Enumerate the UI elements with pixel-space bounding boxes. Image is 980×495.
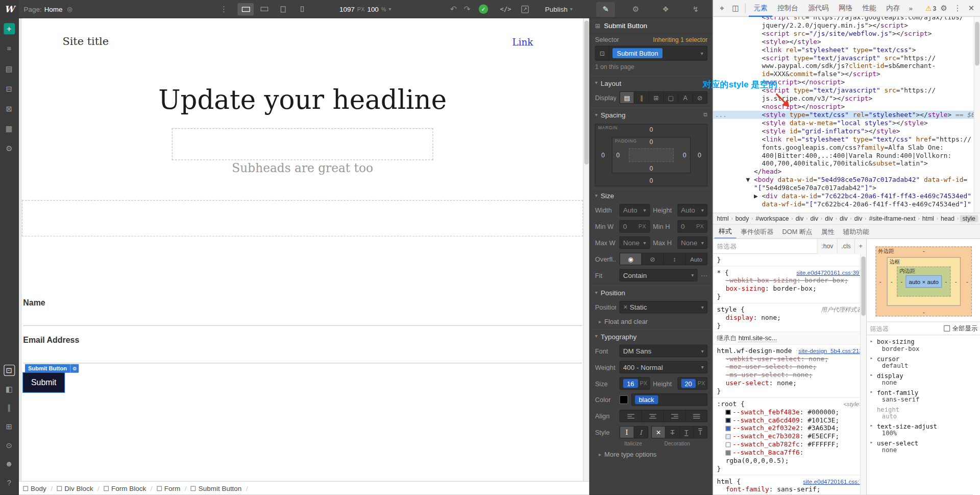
dom-crumb-8[interactable]: #site-iframe-next	[868, 215, 917, 222]
code-line[interactable]: <noscript></noscript>	[713, 78, 980, 86]
css-declaration[interactable]: --swatch_cab782fc: #FFFFFF;	[717, 440, 864, 449]
empty-div-block[interactable]	[172, 128, 433, 160]
canvas-width-value[interactable]: 1097	[339, 5, 355, 13]
align-right-icon[interactable]	[663, 410, 685, 421]
devtools-tab-3[interactable]: 网络	[834, 0, 857, 16]
xray-mode-icon[interactable]: ◧	[4, 384, 15, 395]
css-declaration[interactable]: --swatch_e2f032e2: #3A63D4;	[717, 424, 864, 432]
email-input[interactable]	[23, 346, 582, 363]
styles-scrollbar[interactable]	[860, 254, 866, 494]
canvas-dimensions[interactable]: 1097 PX 100 % ▾	[339, 0, 391, 18]
position-select[interactable]: ✕Static▾	[619, 301, 707, 313]
display-inline-block-icon[interactable]: ▢	[663, 92, 678, 103]
dom-crumb-10[interactable]: head	[939, 215, 955, 222]
devtools-menu-icon[interactable]: ⋮	[951, 2, 964, 14]
margin-bottom-value[interactable]: 0	[650, 177, 653, 184]
rule-source-link[interactable]: site-design_5b4.css:213	[797, 346, 863, 355]
elements-scrollbar[interactable]	[974, 17, 980, 213]
code-line[interactable]: data-wf-id="["7c622bc4-20a6-f41f-ff43-e4…	[713, 200, 980, 208]
code-line[interactable]: 400|Bitter:400,..:400|Varela Round:400|V…	[713, 151, 980, 159]
float-and-clear-toggle[interactable]: ▸ Float and clear	[590, 315, 713, 327]
breadcrumb-item-body[interactable]: Body	[23, 484, 46, 492]
margin-top-value[interactable]: 0	[650, 126, 653, 133]
canvas-scrollbar-thumb[interactable]	[584, 20, 589, 164]
overflow-scroll-icon[interactable]: ↕	[663, 253, 685, 265]
publish-button[interactable]: Publish ▾	[545, 0, 573, 18]
breadcrumb-item-div-block[interactable]: Div Block	[57, 484, 93, 492]
laptop-breakpoint-icon[interactable]	[256, 3, 273, 15]
code-line[interactable]: <style data-w-meta="local styles"></styl…	[713, 119, 980, 127]
selector-input[interactable]: ⊡ Submit Button ▾	[595, 45, 707, 60]
css-declaration[interactable]: font-family: sans-serif;	[717, 485, 864, 493]
sidebar-tab-3[interactable]: 属性	[817, 225, 839, 239]
margin-right-value[interactable]: 0	[698, 152, 701, 158]
css-declaration[interactable]: --swatch_febf483e: #000000;	[717, 408, 864, 416]
dom-crumb-4[interactable]: div	[809, 215, 820, 222]
grid-overlay-icon[interactable]: ⊞	[4, 421, 15, 432]
decoration-underline-icon[interactable]: T	[679, 427, 693, 438]
navigator-icon[interactable]: ≡	[4, 43, 15, 54]
element-settings-gear-icon[interactable]: ⚙	[70, 364, 79, 373]
webflow-logo-icon[interactable]: W	[0, 0, 19, 18]
tablet-breakpoint-icon[interactable]	[275, 3, 291, 15]
code-line[interactable]: fonts.googleapis.com/css?family=Alfa Sla…	[713, 143, 980, 151]
css-declaration[interactable]: --swatch_8aca7ff6: rgba(0,0,0,0.5);	[717, 449, 864, 465]
share-icon[interactable]: ↗	[521, 0, 529, 18]
overflow-auto-button[interactable]: Auto	[685, 253, 707, 265]
inspect-element-icon[interactable]: ⌖	[716, 2, 728, 14]
box-model-margin[interactable]: 外边距 - - - - 边框 - - 内边距 - -	[876, 246, 972, 316]
sidebar-tab-0[interactable]: 样式	[715, 224, 737, 239]
selector-caret-icon[interactable]: ▾	[701, 51, 703, 56]
breadcrumb-item-form-block[interactable]: Form Block	[104, 484, 146, 492]
more-type-options-toggle[interactable]: ▸ More type options	[590, 448, 713, 460]
italic-italic-icon[interactable]: I	[633, 427, 648, 438]
display-flex-icon[interactable]: ∥	[634, 92, 649, 103]
box-model-border[interactable]: 边框 - - 内边距 - - auto × auto	[887, 257, 961, 306]
display-grid-icon[interactable]: ⊞	[649, 92, 664, 103]
computed-property[interactable]: ▸user-select	[867, 438, 980, 446]
decoration-overline-icon[interactable]: T	[693, 427, 707, 438]
computed-property[interactable]: ▸font-family	[867, 388, 980, 396]
computed-property[interactable]: ▸text-size-adjust	[867, 421, 980, 430]
breadcrumb-item-submit-button[interactable]: Submit Button	[191, 484, 241, 492]
desktop-breakpoint-icon[interactable]	[237, 3, 254, 15]
search-icon[interactable]: ⊙	[4, 440, 15, 451]
code-line[interactable]: ... <style type="text/css" rel="styleshe…	[713, 111, 980, 119]
computed-property[interactable]: ▸cursor	[867, 354, 980, 362]
dom-crumb-1[interactable]: body	[734, 215, 750, 222]
guides-icon[interactable]: ∥	[4, 402, 15, 413]
ecommerce-icon[interactable]: ⊠	[4, 103, 15, 114]
decoration-none-icon[interactable]: ✕	[652, 427, 665, 438]
code-line[interactable]: <link rel="stylesheet" type="text/css" h…	[713, 135, 980, 143]
code-line[interactable]: 400,700,400italic,700italic&subset=latin…	[713, 159, 980, 168]
dom-crumb-2[interactable]: #workspace	[754, 215, 790, 222]
styles-scrollbar-thumb[interactable]	[861, 256, 866, 316]
layout-section-header[interactable]: ▾ Layout	[590, 76, 713, 89]
align-center-icon[interactable]	[641, 410, 663, 421]
name-input[interactable]	[23, 309, 582, 326]
export-code-icon[interactable]: </>	[500, 0, 511, 18]
align-left-icon[interactable]	[620, 410, 642, 421]
css-declaration[interactable]: -moz-user-select: none;	[717, 363, 864, 371]
computed-filter-input[interactable]	[870, 325, 941, 332]
show-all-checkbox[interactable]	[944, 325, 950, 332]
canvas-scrollbar[interactable]	[583, 18, 589, 481]
selected-element-badge[interactable]: Submit Button ⚙	[25, 364, 79, 373]
class-toggle[interactable]: .cls	[837, 239, 854, 254]
height-field[interactable]: Auto▾	[677, 204, 707, 216]
css-declaration[interactable]: -ms-user-select: none;	[717, 371, 864, 379]
phone-breakpoint-icon[interactable]	[294, 3, 310, 15]
elements-scrollbar-thumb[interactable]	[975, 22, 979, 66]
page-selector[interactable]: Page: Home ◎	[24, 0, 72, 18]
padding-right-value[interactable]: 0	[683, 152, 687, 158]
css-declaration[interactable]: --swatch_ec7b3028: #E5ECFF;	[717, 432, 864, 440]
empty-section[interactable]	[22, 200, 583, 237]
dom-crumb-9[interactable]: html	[921, 215, 935, 222]
dom-crumb-3[interactable]: div	[794, 215, 805, 222]
class-pill[interactable]: Submit Button	[612, 48, 663, 58]
code-line[interactable]: </head>	[713, 168, 980, 176]
devtools-tab-0[interactable]: 元素	[749, 0, 773, 16]
css-declaration[interactable]: display: none;	[717, 313, 864, 321]
code-line[interactable]: "["5e4d98ce5e70a7c017adab42"]">	[713, 184, 980, 192]
padding-left-value[interactable]: 0	[616, 152, 620, 158]
